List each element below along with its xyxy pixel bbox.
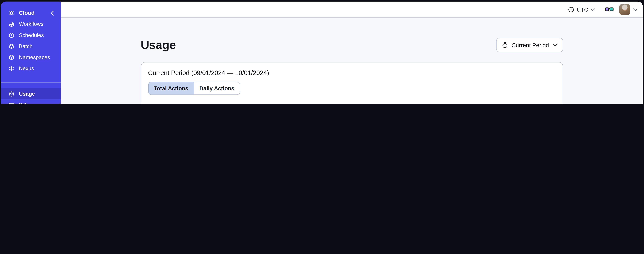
main-area: UTC Usage <box>61 2 643 104</box>
sidebar-item-label: Usage <box>19 91 35 97</box>
stopwatch-icon <box>502 42 508 48</box>
sidebar-collapse-chevron-left-icon[interactable] <box>48 9 56 16</box>
account-menu-chevron-down-icon[interactable] <box>633 8 638 11</box>
workflows-spiral-icon <box>8 21 15 27</box>
chevron-down-icon <box>590 8 595 11</box>
app-window: Cloud Workflows Schedules <box>1 2 643 104</box>
namespaces-cube-icon <box>8 54 15 60</box>
sidebar-item-label: Schedules <box>19 32 44 38</box>
sidebar-item-label: Nexus <box>19 65 34 72</box>
chevron-down-icon <box>552 44 557 47</box>
actions-tab-group: Total Actions Daily Actions <box>148 82 240 95</box>
sidebar-brand: Cloud <box>1 7 61 18</box>
temporal-logo-icon <box>8 10 15 16</box>
tab-daily-actions[interactable]: Daily Actions <box>194 82 240 94</box>
feedback-glasses-icon[interactable] <box>605 6 614 12</box>
batch-layers-icon <box>8 43 15 50</box>
sidebar-item-label: Namespaces <box>19 54 50 60</box>
tab-total-actions[interactable]: Total Actions <box>148 82 194 94</box>
sidebar-item-schedules[interactable]: Schedules <box>1 30 61 40</box>
current-period-card: Current Period (09/01/2024 — 10/01/2024)… <box>141 62 563 104</box>
sidebar-item-namespaces[interactable]: Namespaces <box>1 52 61 63</box>
sidebar-item-billing[interactable]: Billing <box>1 99 61 104</box>
sidebar-item-workflows[interactable]: Workflows <box>1 18 61 30</box>
usage-gauge-icon <box>8 90 15 97</box>
sidebar-item-label: Billing <box>19 102 33 104</box>
sidebar-item-usage[interactable]: Usage <box>1 88 61 99</box>
clock-icon <box>568 6 574 12</box>
timezone-selector[interactable]: UTC <box>568 6 595 12</box>
schedules-clock-icon <box>8 32 15 38</box>
page-title: Usage <box>141 38 176 52</box>
sidebar-item-label: Workflows <box>19 21 44 27</box>
timezone-label: UTC <box>577 6 588 12</box>
sidebar-item-label: Batch <box>19 43 32 49</box>
nexus-asterisk-icon <box>8 65 15 72</box>
sidebar-brand-label: Cloud <box>19 10 35 16</box>
sidebar-item-nexus[interactable]: Nexus <box>1 63 61 74</box>
sidebar: Cloud Workflows Schedules <box>1 2 61 104</box>
top-header: UTC <box>61 2 643 18</box>
card-title: Current Period (09/01/2024 — 10/01/2024) <box>148 69 556 77</box>
period-selector-button[interactable]: Current Period <box>496 38 563 52</box>
page-body: Usage Current Period <box>61 18 643 104</box>
sidebar-item-batch[interactable]: Batch <box>1 41 61 52</box>
billing-card-icon <box>8 102 15 104</box>
screen: Cloud Workflows Schedules <box>0 0 644 104</box>
user-avatar[interactable] <box>619 4 630 15</box>
period-selector-label: Current Period <box>512 42 549 48</box>
